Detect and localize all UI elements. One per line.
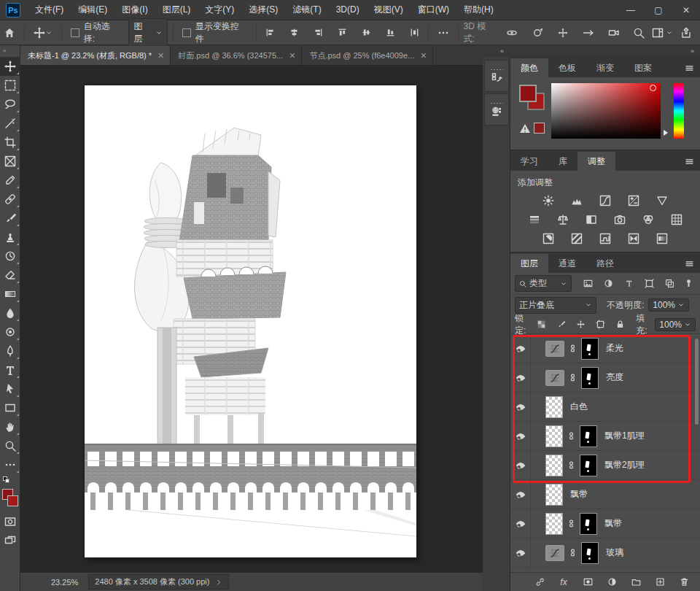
mask-link-icon[interactable] xyxy=(568,373,578,382)
adjustment-thumbnail[interactable] xyxy=(545,341,564,357)
adjustment-thumbnail[interactable] xyxy=(545,370,564,386)
adjustment-posterize-button[interactable] xyxy=(567,231,586,246)
move-tool[interactable] xyxy=(0,57,20,76)
frame-tool[interactable] xyxy=(0,152,20,171)
document-info[interactable]: 2480 像素 x 3508 像素 (300 ppi) xyxy=(88,574,229,590)
adjustment-vibrance-button[interactable] xyxy=(653,193,672,208)
healing-brush-tool[interactable] xyxy=(0,190,20,209)
tab-close-icon[interactable]: ✕ xyxy=(289,51,295,61)
magic-wand-tool[interactable] xyxy=(0,114,20,133)
share-button[interactable] xyxy=(677,23,696,42)
adjustment-black-white-button[interactable] xyxy=(582,212,601,227)
panel-menu-icon[interactable] xyxy=(685,63,694,73)
visibility-toggle[interactable] xyxy=(510,538,531,567)
type-tool[interactable] xyxy=(0,360,20,379)
adjustment-gradient-map-button[interactable] xyxy=(653,231,672,246)
tab-close-icon[interactable]: ✕ xyxy=(420,51,427,61)
document-tab-2[interactable]: 节点.psd @ 25% (f6e4009e... ✕ xyxy=(302,46,433,65)
layers-tab[interactable]: 图层 xyxy=(510,254,548,273)
screen-mode-button[interactable] xyxy=(0,531,20,550)
link-button[interactable] xyxy=(532,576,547,589)
adjustment-threshold-button[interactable] xyxy=(596,231,615,246)
layer-mask-thumbnail[interactable] xyxy=(581,542,599,564)
properties-panel-button[interactable] xyxy=(484,93,509,125)
panel-menu-icon[interactable] xyxy=(685,259,694,269)
align-center-h-button[interactable] xyxy=(286,23,303,42)
zoom-tool[interactable] xyxy=(0,436,20,455)
history-panel-button[interactable] xyxy=(484,60,509,92)
layer-mask-thumbnail[interactable] xyxy=(580,455,597,476)
lock-transparent-button[interactable] xyxy=(534,318,548,331)
adjustment-invert-button[interactable] xyxy=(539,231,558,246)
menu-item-5[interactable]: 选择(S) xyxy=(241,0,285,20)
mask-link-icon[interactable] xyxy=(567,519,576,528)
hand-tool[interactable] xyxy=(0,417,20,436)
layer-filter-dropdown[interactable]: 类型 xyxy=(515,275,572,292)
visibility-toggle[interactable] xyxy=(510,363,531,392)
slide-3d-button[interactable] xyxy=(579,23,598,42)
add-mask-button[interactable] xyxy=(580,576,595,589)
filter-image-button[interactable] xyxy=(580,277,595,290)
filter-adjustment-button[interactable] xyxy=(601,277,615,290)
menu-item-7[interactable]: 3D(D) xyxy=(329,0,367,20)
fill-field[interactable]: 100% xyxy=(655,318,696,331)
layer-row[interactable]: 飘带 xyxy=(510,509,700,538)
clone-stamp-tool[interactable] xyxy=(0,228,20,247)
layer-thumbnail[interactable] xyxy=(545,484,563,506)
ellipsis-tool[interactable] xyxy=(0,455,20,474)
adjustments-tab[interactable]: 学习 xyxy=(510,152,548,171)
layer-row[interactable]: 白色 xyxy=(510,393,700,422)
delete-button[interactable] xyxy=(677,576,691,589)
blend-mode-dropdown[interactable]: 正片叠底 xyxy=(515,297,596,314)
mask-link-icon[interactable] xyxy=(568,344,578,353)
roll-3d-button[interactable] xyxy=(528,23,547,42)
minimize-button[interactable]: — xyxy=(617,0,645,20)
adjustment-photo-filter-button[interactable] xyxy=(610,212,629,227)
filter-shape-button[interactable] xyxy=(642,277,656,290)
eyedropper-tool[interactable] xyxy=(0,171,20,190)
adjustment-thumbnail[interactable] xyxy=(545,545,564,561)
menu-item-9[interactable]: 窗口(W) xyxy=(411,0,456,20)
orbit-3d-button[interactable] xyxy=(502,23,521,42)
align-top-button[interactable] xyxy=(334,23,351,42)
home-button[interactable] xyxy=(0,23,19,42)
layer-thumbnail[interactable] xyxy=(545,513,563,535)
visibility-toggle[interactable] xyxy=(510,334,531,363)
quick-mask-button[interactable] xyxy=(0,512,20,531)
layer-thumbnail[interactable] xyxy=(545,455,563,476)
history-brush-tool[interactable] xyxy=(0,247,20,266)
gamut-warning-icon[interactable] xyxy=(519,123,531,134)
status-zoom-field[interactable]: 23.25% xyxy=(51,578,78,587)
visibility-toggle[interactable] xyxy=(510,480,531,509)
zoomcam-3d-button[interactable] xyxy=(604,23,623,42)
mask-link-icon[interactable] xyxy=(567,460,576,470)
crop-tool[interactable] xyxy=(0,133,20,152)
adjustment-channel-mixer-button[interactable] xyxy=(639,212,658,227)
layer-mask-thumbnail[interactable] xyxy=(580,425,597,447)
color-tab[interactable]: 渐变 xyxy=(586,58,624,77)
pasteboard[interactable] xyxy=(20,66,483,572)
adjustment-color-balance-button[interactable] xyxy=(553,212,572,227)
marquee-tool[interactable] xyxy=(0,76,20,95)
layer-mask-thumbnail[interactable] xyxy=(580,513,597,535)
lasso-tool[interactable] xyxy=(0,95,20,114)
layer-mask-thumbnail[interactable] xyxy=(581,367,599,389)
brush-tool[interactable] xyxy=(0,209,20,228)
color-tab[interactable]: 色板 xyxy=(548,58,586,77)
menu-item-8[interactable]: 视图(V) xyxy=(367,0,411,20)
filter-type-button[interactable] xyxy=(621,277,636,290)
path-selection-tool[interactable] xyxy=(0,379,20,398)
dodge-tool[interactable] xyxy=(0,322,20,341)
layer-thumbnail[interactable] xyxy=(545,425,563,447)
eraser-tool[interactable] xyxy=(0,266,20,285)
mask-link-icon[interactable] xyxy=(567,431,576,441)
panel-menu-icon[interactable] xyxy=(685,157,694,166)
dock-collapse-icon[interactable]: « xyxy=(500,47,504,55)
layers-tab[interactable]: 路径 xyxy=(586,254,624,273)
layer-row[interactable]: 飘带2肌理 xyxy=(510,451,700,480)
color-tab[interactable]: 图案 xyxy=(624,58,662,77)
canvas-document[interactable] xyxy=(85,85,416,557)
visibility-toggle[interactable] xyxy=(510,509,531,538)
saturation-brightness-field[interactable] xyxy=(551,83,661,139)
layer-row[interactable]: 玻璃 xyxy=(510,538,700,568)
